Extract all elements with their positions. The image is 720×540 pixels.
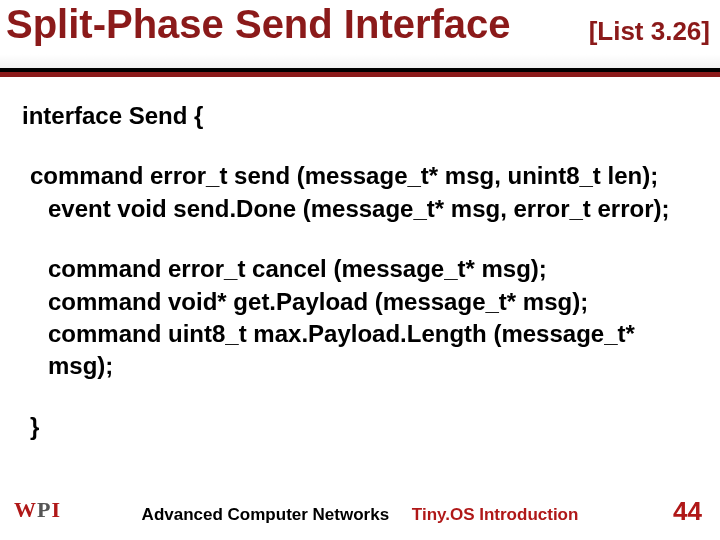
code-line: command uint8_t max.Payload.Length (mess… bbox=[48, 318, 698, 383]
slide-title-tag: [List 3.26] bbox=[589, 16, 710, 47]
code-line: command error_t cancel (message_t* msg); bbox=[48, 253, 698, 285]
slide: Split-Phase Send Interface [List 3.26] i… bbox=[0, 0, 720, 540]
code-line: } bbox=[30, 411, 698, 443]
code-body: interface Send { command error_t send (m… bbox=[22, 100, 698, 443]
slide-title: Split-Phase Send Interface bbox=[6, 2, 511, 47]
page-number: 44 bbox=[673, 496, 702, 527]
footer-text: Advanced Computer Networks Tiny.OS Intro… bbox=[0, 505, 720, 525]
title-bar: Split-Phase Send Interface [List 3.26] bbox=[0, 0, 720, 72]
code-line: command void* get.Payload (message_t* ms… bbox=[48, 286, 698, 318]
footer-course: Advanced Computer Networks bbox=[142, 505, 390, 524]
code-line: interface Send { bbox=[22, 100, 698, 132]
code-line: event void send.Done (message_t* msg, er… bbox=[48, 193, 698, 225]
code-line: command error_t send (message_t* msg, un… bbox=[30, 160, 698, 192]
code-block-send: command error_t send (message_t* msg, un… bbox=[22, 160, 698, 225]
footer-topic: Tiny.OS Introduction bbox=[412, 505, 579, 524]
footer: WPI Advanced Computer Networks Tiny.OS I… bbox=[0, 491, 720, 533]
code-block-commands: command error_t cancel (message_t* msg);… bbox=[22, 253, 698, 383]
